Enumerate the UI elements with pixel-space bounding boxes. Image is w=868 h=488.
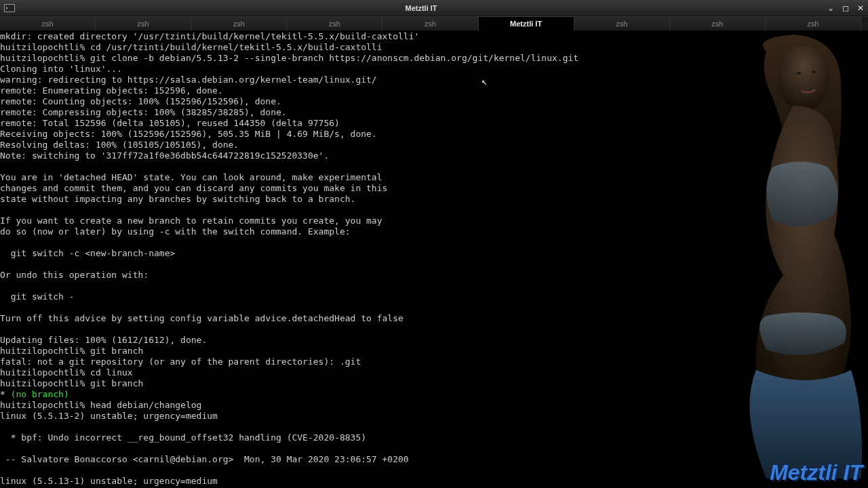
terminal-line: huitzilopochtli% git branch [0,378,868,389]
terminal-line: linux (5.5.13-1) unstable; urgency=mediu… [0,476,868,487]
terminal-line: Cloning into 'linux'... [0,64,868,75]
terminal-line: Updating files: 100% (1612/1612), done. [0,335,868,346]
svg-rect-1 [5,5,14,12]
tab-0[interactable]: zsh [0,16,96,30]
terminal-line: remote: Compressing objects: 100% (38285… [0,107,868,118]
terminal-line: linux (5.5.13-2) unstable; urgency=mediu… [0,411,868,422]
tab-5[interactable]: Metztli IT [479,16,574,30]
window-titlebar: Metztli IT ⌄ ◻ ✕ [0,0,868,16]
terminal-line: Or undo this operation with: [0,270,868,281]
terminal-line: * bpf: Undo incorrect __reg_bound_offset… [0,432,868,443]
terminal-line: -- Salvatore Bonaccorso <carnil@debian.o… [0,454,868,465]
terminal-line: * (no branch) [0,389,868,400]
terminal-line: mkdir: created directory '/usr/tzinti/bu… [0,31,868,42]
terminal-line: changes and commit them, and you can dis… [0,183,868,194]
terminal-line: huitzilopochtli% head debian/changelog [0,400,868,411]
terminal-line: remote: Counting objects: 100% (152596/1… [0,96,868,107]
terminal-output[interactable]: mkdir: created directory '/usr/tzinti/bu… [0,31,868,488]
terminal-line [0,324,868,335]
terminal-line [0,302,868,313]
terminal-line [0,205,868,216]
terminal-line [0,465,868,476]
tab-3[interactable]: zsh [287,16,382,30]
maximize-button[interactable]: ◻ [838,3,853,13]
terminal-line: remote: Enumerating objects: 152596, don… [0,85,868,96]
terminal-line [0,443,868,454]
terminal-line: If you want to create a new branch to re… [0,216,868,226]
terminal-line [0,281,868,291]
terminal-line [0,237,868,248]
terminal-line: warning: redirecting to https://salsa.de… [0,75,868,85]
terminal-line: Receiving objects: 100% (152596/152596),… [0,129,868,140]
terminal-line: Resolving deltas: 100% (105105/105105), … [0,140,868,150]
tab-8[interactable]: zsh [766,16,861,30]
tab-1[interactable]: zsh [96,16,191,30]
terminal-line: huitzilopochtli% cd linux [0,367,868,378]
tab-scroll-strip[interactable] [861,16,868,30]
terminal-line: state without impacting any branches by … [0,194,868,205]
terminal-line: fatal: not a git repository (or any of t… [0,357,868,367]
tab-2[interactable]: zsh [191,16,287,30]
minimize-button[interactable]: ⌄ [823,3,838,13]
terminal-line: git switch - [0,291,868,302]
terminal-line [0,422,868,432]
tab-6[interactable]: zsh [574,16,670,30]
close-button[interactable]: ✕ [853,3,868,13]
terminal-line: remote: Total 152596 (delta 105105), reu… [0,118,868,129]
terminal-app-icon [4,3,15,13]
terminal-line: do so (now or later) by using -c with th… [0,226,868,237]
terminal-line: huitzilopochtli% git branch [0,346,868,357]
terminal-line [0,259,868,270]
tab-bar: zshzshzshzshzshMetztli ITzshzshzsh [0,16,868,31]
tab-7[interactable]: zsh [670,16,766,30]
terminal-line: Turn off this advice by setting config v… [0,313,868,324]
terminal-line: huitzilopochtli% cd /usr/tzinti/build/ke… [0,42,868,53]
terminal-line [0,161,868,172]
terminal-line: git switch -c <new-branch-name> [0,248,868,259]
terminal-line: Note: switching to '317ff72a1f0e36dbb54c… [0,150,868,161]
window-title: Metztli IT [19,4,823,12]
terminal-line: huitzilopochtli% git clone -b debian/5.5… [0,53,868,64]
terminal-line: You are in 'detached HEAD' state. You ca… [0,172,868,183]
tab-4[interactable]: zsh [382,16,478,30]
